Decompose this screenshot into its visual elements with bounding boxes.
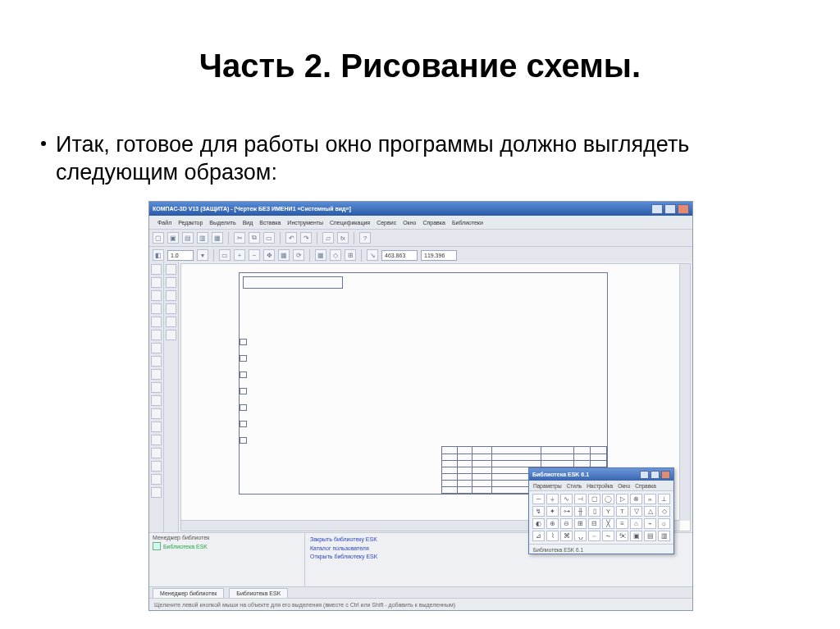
coord-y[interactable]: 119.396 [421, 250, 457, 261]
symbol-icon[interactable]: ⊿ [532, 531, 545, 541]
menu-insert[interactable]: Вставка [259, 220, 281, 226]
refresh-icon[interactable]: ⟳ [293, 249, 304, 261]
symbol-icon[interactable]: ▣ [630, 531, 642, 541]
tab-library-esk[interactable]: Библиотека ESK [229, 588, 288, 599]
cursor-icon[interactable] [151, 264, 162, 275]
palette-minimize-button[interactable] [640, 471, 649, 479]
measure-icon[interactable] [151, 408, 162, 419]
zoom-window-icon[interactable]: ▦ [278, 249, 290, 261]
save-icon[interactable]: ▤ [182, 232, 194, 244]
dim-icon[interactable] [151, 356, 162, 367]
palette-maximize-button[interactable] [651, 471, 660, 479]
symbol-icon[interactable]: ⏦ [602, 531, 614, 541]
help-icon[interactable]: ? [359, 232, 371, 244]
symbol-icon[interactable]: ∿ [560, 494, 573, 504]
grid-icon[interactable]: ▦ [315, 249, 326, 261]
symbol-icon[interactable]: ⊟ [588, 518, 600, 529]
tab-library-manager[interactable]: Менеджер библиотек [153, 588, 224, 599]
symbol-icon[interactable]: ◐ [532, 518, 545, 529]
symbol-icon[interactable]: ⊗ [630, 494, 642, 504]
menu-file[interactable]: Файл [158, 220, 171, 226]
symbol-icon[interactable]: ⊶ [560, 506, 573, 517]
undo-icon[interactable]: ↶ [285, 232, 297, 244]
close-button[interactable] [678, 204, 689, 214]
line-icon[interactable] [151, 277, 162, 288]
scale-field[interactable]: 1.0 [167, 250, 194, 261]
compact5-icon[interactable] [166, 317, 176, 327]
symbol-icon[interactable]: ↯ [532, 506, 545, 517]
menu-service[interactable]: Сервис [377, 220, 396, 226]
zoom-fit-icon[interactable]: ▭ [219, 249, 231, 261]
circle-icon[interactable] [151, 290, 162, 301]
symbol-icon[interactable]: ⌘ [560, 531, 573, 541]
palette-menu-settings[interactable]: Настройка [587, 483, 613, 489]
palette-close-button[interactable] [661, 471, 670, 479]
symbol-icon[interactable]: ▢ [588, 494, 600, 504]
dropdown-icon[interactable]: ▾ [197, 249, 208, 261]
library-palette[interactable]: Библиотека ESK 6.1 Параметры Стиль Настр… [528, 467, 674, 554]
symbol-icon[interactable]: T [616, 506, 628, 517]
text-icon[interactable] [151, 343, 162, 353]
symbol-icon[interactable]: ✦ [546, 506, 559, 517]
symbol-icon[interactable]: ⏚ [546, 494, 559, 504]
symbol-icon[interactable]: ⌂ [630, 518, 642, 529]
compact3-icon[interactable] [166, 290, 176, 301]
symbol-icon[interactable]: ▯ [588, 506, 600, 517]
hatch-icon[interactable] [151, 369, 162, 380]
arc-icon[interactable] [151, 303, 162, 314]
coord-x[interactable]: 463.863 [381, 250, 418, 261]
menu-tools[interactable]: Инструменты [287, 220, 323, 226]
menu-view[interactable]: Вид [243, 220, 253, 226]
menu-spec[interactable]: Спецификация [330, 220, 370, 226]
symbol-icon[interactable]: ⊥ [658, 494, 670, 504]
symbol-icon[interactable]: ▤ [644, 531, 656, 541]
paste-icon[interactable]: ▭ [263, 232, 275, 244]
symbol-icon[interactable]: ⊣ [574, 494, 587, 504]
edit-icon[interactable] [151, 382, 162, 393]
menu-window[interactable]: Окно [403, 220, 416, 226]
symbol-icon[interactable]: ╫ [574, 506, 587, 517]
symbol-icon[interactable]: ◯ [602, 494, 614, 504]
symbol-icon[interactable]: ▽ [630, 506, 642, 517]
compact2-icon[interactable] [166, 277, 176, 288]
palette-titlebar[interactable]: Библиотека ESK 6.1 [529, 468, 673, 481]
symbol-icon[interactable]: ⎓ [588, 531, 600, 541]
extra1-icon[interactable] [151, 461, 162, 472]
symbol-icon[interactable]: ⌇ [546, 531, 559, 541]
compact6-icon[interactable] [166, 330, 176, 340]
maximize-button[interactable] [664, 204, 676, 214]
compact4-icon[interactable] [166, 303, 176, 314]
copy-icon[interactable]: ⧉ [249, 232, 260, 244]
snap-icon[interactable]: ◇ [330, 249, 341, 261]
symbol-icon[interactable]: ◇ [658, 506, 670, 517]
checkbox-icon[interactable] [153, 542, 161, 550]
menu-help[interactable]: Справка [422, 220, 445, 226]
symbol-icon[interactable]: ⏛ [644, 494, 656, 504]
new-icon[interactable]: ▢ [153, 232, 164, 244]
symbol-icon[interactable]: ⏧ [616, 531, 628, 541]
layer-icon[interactable]: ◧ [153, 249, 164, 261]
palette-menu-params[interactable]: Параметры [533, 483, 562, 489]
vars-icon[interactable]: fx [337, 232, 349, 244]
palette-menu-window[interactable]: Окно [618, 483, 630, 489]
param-icon[interactable] [151, 395, 162, 406]
extra2-icon[interactable] [151, 474, 162, 485]
palette-menu-help[interactable]: Справка [635, 483, 656, 489]
macro-icon[interactable] [151, 448, 162, 458]
symbol-icon[interactable]: ☼ [658, 518, 670, 529]
scrollbar-vertical[interactable] [679, 264, 690, 521]
rect-icon[interactable] [151, 317, 162, 327]
minimize-button[interactable] [651, 204, 663, 214]
symbol-icon[interactable]: ─ [532, 494, 545, 504]
preview-icon[interactable]: ▦ [212, 232, 223, 244]
symbol-icon[interactable]: ⌁ [644, 518, 656, 529]
open-icon[interactable]: ▣ [167, 232, 179, 244]
symbol-icon[interactable]: ⊖ [560, 518, 573, 529]
symbol-icon[interactable]: ▥ [658, 531, 670, 541]
menu-libraries[interactable]: Библиотеки [452, 220, 483, 226]
lib-icon[interactable]: ▱ [322, 232, 334, 244]
symbol-icon[interactable]: ╳ [602, 518, 614, 529]
titlebar[interactable]: КОМПАС-3D V13 (ЗАЩИТА) - [Чертеж БЕЗ ИМЕ… [149, 202, 692, 216]
symbol-icon[interactable]: ▷ [616, 494, 628, 504]
spline-icon[interactable] [151, 330, 162, 340]
